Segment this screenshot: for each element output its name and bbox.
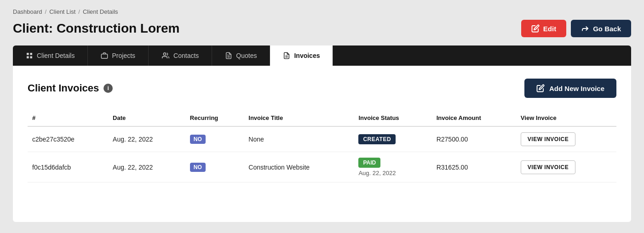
breadcrumb: Dashboard / Client List / Client Details xyxy=(13,8,631,15)
recurring-badge: NO xyxy=(190,163,206,172)
add-new-invoice-label: Add New Invoice xyxy=(549,85,604,92)
cell-id: f0c15d6dafcb xyxy=(28,152,108,182)
svg-rect-4 xyxy=(102,54,108,58)
status-date-sub: Aug. 22, 2022 xyxy=(358,168,427,176)
go-back-icon xyxy=(581,24,589,33)
breadcrumb-client-details: Client Details xyxy=(83,8,118,15)
go-back-button-label: Go Back xyxy=(593,25,621,33)
cell-recurring: NO xyxy=(185,126,244,152)
card-header: Client Invoices i Add New Invoice xyxy=(28,79,616,98)
col-header-date: Date xyxy=(108,111,185,126)
header-row: Client: Construction Lorem Edit Go Back xyxy=(13,20,631,37)
cell-invoice-amount: R27500.00 xyxy=(432,126,516,152)
tab-quotes-label: Quotes xyxy=(236,52,257,59)
breadcrumb-sep-1: / xyxy=(45,8,47,15)
svg-rect-1 xyxy=(30,53,32,55)
tabs-bar: Client Details Projects Contacts xyxy=(13,45,631,66)
table-row: c2be27c3520eAug. 22, 2022NONoneCREATEDR2… xyxy=(28,126,616,152)
go-back-button[interactable]: Go Back xyxy=(571,20,631,37)
breadcrumb-dashboard[interactable]: Dashboard xyxy=(13,8,42,15)
col-header-invoice-amount: Invoice Amount xyxy=(432,111,516,126)
cell-view-invoice: VIEW INVOICE xyxy=(516,152,616,182)
page-title: Client: Construction Lorem xyxy=(13,21,179,36)
cell-invoice-title: None xyxy=(244,126,354,152)
main-card: Client Invoices i Add New Invoice # Date… xyxy=(13,66,631,222)
edit-button[interactable]: Edit xyxy=(521,20,566,37)
cell-id: c2be27c3520e xyxy=(28,126,108,152)
cell-recurring: NO xyxy=(185,152,244,182)
cell-invoice-amount: R31625.00 xyxy=(432,152,516,182)
quotes-icon xyxy=(225,52,232,59)
grid-icon xyxy=(26,52,33,59)
tab-projects-label: Projects xyxy=(112,52,135,59)
breadcrumb-sep-2: / xyxy=(78,8,80,15)
breadcrumb-client-list[interactable]: Client List xyxy=(49,8,75,15)
cell-invoice-title: Construction Website xyxy=(244,152,354,182)
header-buttons: Edit Go Back xyxy=(521,20,631,37)
tab-contacts[interactable]: Contacts xyxy=(149,45,212,66)
recurring-badge: NO xyxy=(190,135,206,144)
view-invoice-button[interactable]: VIEW INVOICE xyxy=(521,132,575,146)
svg-rect-2 xyxy=(27,56,29,58)
add-new-invoice-button[interactable]: Add New Invoice xyxy=(524,79,616,98)
table-row: f0c15d6dafcbAug. 22, 2022NOConstruction … xyxy=(28,152,616,182)
svg-rect-0 xyxy=(27,53,29,55)
page-wrapper: Dashboard / Client List / Client Details… xyxy=(0,0,644,233)
cell-view-invoice: VIEW INVOICE xyxy=(516,126,616,152)
cell-date: Aug. 22, 2022 xyxy=(108,126,185,152)
invoices-table-container: # Date Recurring Invoice Title Invoice S… xyxy=(28,111,616,182)
briefcase-icon xyxy=(101,52,108,59)
status-badge-created: CREATED xyxy=(358,134,396,144)
tab-invoices-label: Invoices xyxy=(294,52,320,59)
col-header-invoice-title: Invoice Title xyxy=(244,111,354,126)
col-header-id: # xyxy=(28,111,108,126)
edit-button-label: Edit xyxy=(543,25,556,33)
cell-invoice-status: PAIDAug. 22, 2022 xyxy=(354,152,431,182)
tab-invoices[interactable]: Invoices xyxy=(270,45,333,66)
cell-invoice-status: CREATED xyxy=(354,126,431,152)
invoices-table: # Date Recurring Invoice Title Invoice S… xyxy=(28,111,616,182)
status-badge-paid: PAID xyxy=(358,158,380,168)
svg-point-5 xyxy=(163,53,166,55)
invoice-icon xyxy=(283,52,290,59)
tab-client-details[interactable]: Client Details xyxy=(13,45,88,66)
card-title: Client Invoices xyxy=(28,82,99,94)
svg-rect-3 xyxy=(30,56,32,58)
col-header-invoice-status: Invoice Status xyxy=(354,111,431,126)
col-header-view-invoice: View Invoice xyxy=(516,111,616,126)
view-invoice-button[interactable]: VIEW INVOICE xyxy=(521,160,575,174)
table-header-row: # Date Recurring Invoice Title Invoice S… xyxy=(28,111,616,126)
tab-client-details-label: Client Details xyxy=(37,52,75,59)
edit-icon xyxy=(531,24,540,33)
users-icon xyxy=(161,52,170,59)
col-header-recurring: Recurring xyxy=(185,111,244,126)
tab-quotes[interactable]: Quotes xyxy=(212,45,270,66)
tab-projects[interactable]: Projects xyxy=(88,45,149,66)
info-icon: i xyxy=(104,84,113,93)
add-invoice-icon xyxy=(536,84,545,92)
tab-contacts-label: Contacts xyxy=(173,52,199,59)
cell-date: Aug. 22, 2022 xyxy=(108,152,185,182)
card-title-row: Client Invoices i xyxy=(28,82,113,94)
